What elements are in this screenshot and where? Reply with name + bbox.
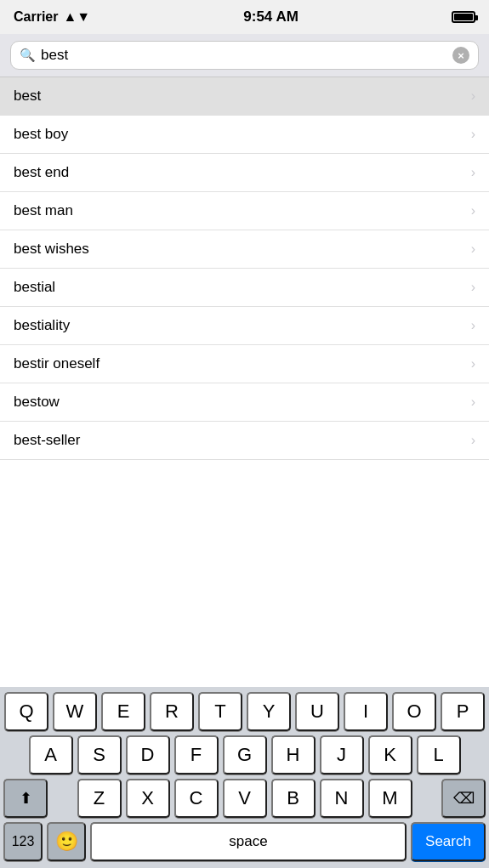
status-time: 9:54 AM xyxy=(243,9,299,26)
numbers-key[interactable]: 123 xyxy=(3,822,43,861)
key-n[interactable]: N xyxy=(320,779,364,818)
result-item[interactable]: best boy› xyxy=(0,116,489,154)
search-icon: 🔍 xyxy=(20,48,36,63)
result-text: bestiality xyxy=(14,317,70,334)
key-z[interactable]: Z xyxy=(77,779,122,818)
key-i[interactable]: I xyxy=(344,692,388,731)
key-v[interactable]: V xyxy=(223,779,267,818)
keyboard: QWERTYUIOP ASDFGHJKL ZXCVBNM 123 🙂 space… xyxy=(0,687,489,868)
chevron-icon: › xyxy=(471,280,475,295)
result-text: bestow xyxy=(14,394,60,411)
key-d[interactable]: D xyxy=(126,735,170,774)
search-input-wrapper: 🔍 × xyxy=(10,41,479,70)
key-q[interactable]: Q xyxy=(4,692,48,731)
chevron-icon: › xyxy=(471,203,475,218)
result-item[interactable]: bestial› xyxy=(0,269,489,307)
key-u[interactable]: U xyxy=(295,692,339,731)
result-item[interactable]: bestow› xyxy=(0,383,489,422)
result-text: best xyxy=(14,88,41,105)
key-k[interactable]: K xyxy=(368,735,412,774)
key-e[interactable]: E xyxy=(101,692,145,731)
key-p[interactable]: P xyxy=(441,692,485,731)
key-s[interactable]: S xyxy=(77,735,122,774)
search-bar-container: 🔍 × xyxy=(0,34,489,77)
chevron-icon: › xyxy=(471,433,475,448)
chevron-icon: › xyxy=(471,356,475,372)
key-g[interactable]: G xyxy=(223,735,267,774)
key-h[interactable]: H xyxy=(271,735,316,774)
key-c[interactable]: C xyxy=(174,779,219,818)
key-l[interactable]: L xyxy=(417,735,461,774)
key-y[interactable]: Y xyxy=(247,692,291,731)
key-w[interactable]: W xyxy=(53,692,97,731)
keyboard-row-3: ZXCVBNM xyxy=(0,779,489,818)
shift-key[interactable] xyxy=(3,779,48,818)
result-item[interactable]: best end› xyxy=(0,154,489,192)
clear-button[interactable]: × xyxy=(452,47,469,64)
result-text: best boy xyxy=(14,126,68,143)
chevron-icon: › xyxy=(471,127,475,142)
result-text: best wishes xyxy=(14,241,89,258)
key-b[interactable]: B xyxy=(271,779,316,818)
search-key[interactable]: Search xyxy=(411,822,486,861)
result-text: best end xyxy=(14,164,69,181)
keyboard-bottom-row: 123 🙂 space Search xyxy=(0,822,489,861)
chevron-icon: › xyxy=(471,165,475,180)
key-o[interactable]: O xyxy=(392,692,436,731)
status-bar: Carrier ▲▼ 9:54 AM xyxy=(0,0,489,34)
search-input[interactable] xyxy=(41,47,447,64)
key-x[interactable]: X xyxy=(126,779,170,818)
result-text: best-seller xyxy=(14,432,80,449)
key-t[interactable]: T xyxy=(198,692,242,731)
key-a[interactable]: A xyxy=(29,735,73,774)
status-right xyxy=(452,11,475,23)
result-text: best man xyxy=(14,202,73,219)
key-j[interactable]: J xyxy=(320,735,364,774)
result-item[interactable]: best wishes› xyxy=(0,230,489,269)
wifi-icon: ▲▼ xyxy=(63,9,90,25)
chevron-icon: › xyxy=(471,241,475,257)
chevron-icon: › xyxy=(471,394,475,410)
results-area: best›best boy›best end›best man›best wis… xyxy=(0,77,489,634)
keyboard-row-1: QWERTYUIOP xyxy=(0,692,489,731)
key-f[interactable]: F xyxy=(174,735,219,774)
key-r[interactable]: R xyxy=(150,692,194,731)
result-item[interactable]: best man› xyxy=(0,192,489,230)
carrier-label: Carrier xyxy=(14,9,58,25)
backspace-key[interactable] xyxy=(441,779,486,818)
result-text: bestir oneself xyxy=(14,355,100,372)
result-item[interactable]: best-seller› xyxy=(0,422,489,460)
chevron-icon: › xyxy=(471,318,475,333)
battery-icon xyxy=(452,11,475,23)
emoji-key[interactable]: 🙂 xyxy=(47,822,86,861)
space-key[interactable]: space xyxy=(90,822,407,861)
result-item[interactable]: bestiality› xyxy=(0,307,489,345)
status-left: Carrier ▲▼ xyxy=(14,9,90,25)
chevron-icon: › xyxy=(471,88,475,104)
result-text: bestial xyxy=(14,279,55,296)
result-item[interactable]: bestir oneself› xyxy=(0,345,489,383)
results-list: best›best boy›best end›best man›best wis… xyxy=(0,77,489,460)
keyboard-row-2: ASDFGHJKL xyxy=(0,735,489,774)
key-m[interactable]: M xyxy=(368,779,412,818)
result-item[interactable]: best› xyxy=(0,77,489,116)
